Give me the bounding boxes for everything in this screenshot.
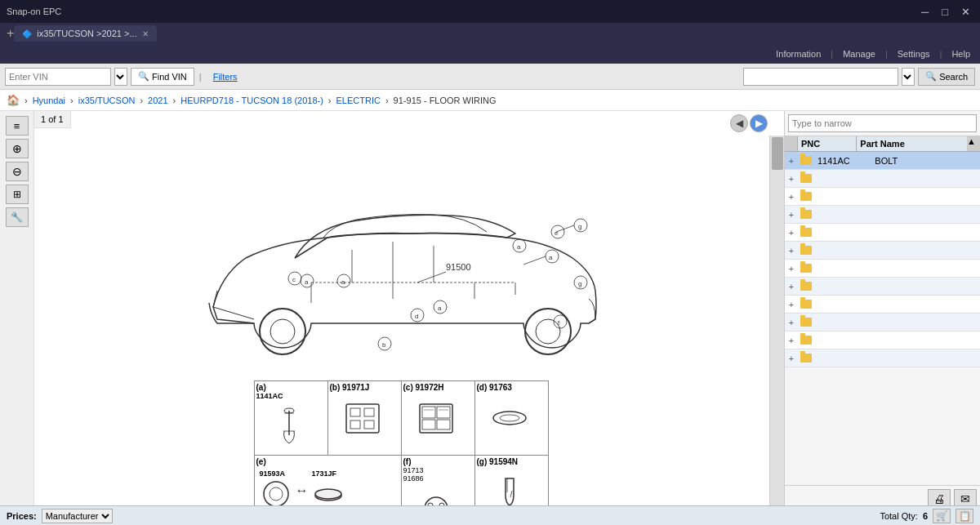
- part-row-7[interactable]: +: [785, 278, 980, 296]
- folder-icon: [798, 318, 814, 327]
- part-row-1[interactable]: +: [785, 170, 980, 188]
- filters-button[interactable]: Filters: [207, 68, 244, 86]
- part-row-8[interactable]: +: [785, 296, 980, 314]
- expand-icon[interactable]: +: [785, 210, 798, 220]
- part-name: [871, 195, 980, 198]
- expand-icon[interactable]: +: [785, 192, 798, 202]
- narrow-filter: [785, 111, 980, 136]
- tab-icon: 🔷: [22, 29, 32, 38]
- expand-icon[interactable]: +: [785, 318, 798, 327]
- part-pnc: [814, 177, 871, 180]
- svg-text:g: g: [578, 280, 581, 287]
- fit-view-button[interactable]: ⊞: [6, 185, 29, 204]
- zoom-in-button[interactable]: ⊕: [6, 139, 29, 158]
- part-row-3[interactable]: +: [785, 206, 980, 224]
- expand-icon[interactable]: +: [785, 264, 798, 274]
- home-icon[interactable]: 🏠: [7, 94, 20, 106]
- narrow-input[interactable]: [788, 114, 977, 132]
- maximize-button[interactable]: □: [938, 6, 951, 18]
- search-button[interactable]: 🔍 Search: [918, 68, 975, 86]
- vertical-scrollbar[interactable]: [769, 136, 784, 525]
- svg-rect-49: [420, 404, 452, 433]
- list-button[interactable]: 📋: [956, 509, 973, 523]
- part-row-4[interactable]: +: [785, 224, 980, 242]
- cart-button[interactable]: 🛒: [933, 509, 951, 523]
- part-pnc: [814, 213, 871, 216]
- svg-text:f: f: [558, 319, 560, 327]
- breadcrumb-group[interactable]: HEURPD718 - TUCSON 18 (2018-): [180, 96, 323, 105]
- svg-text:a: a: [438, 305, 442, 312]
- nav-help[interactable]: Help: [951, 49, 970, 59]
- folder-icon: [798, 210, 814, 219]
- svg-point-1: [270, 319, 295, 344]
- parts-list-header: PNC Part Name ▲: [785, 136, 980, 152]
- expand-icon[interactable]: +: [785, 300, 798, 309]
- breadcrumb-hyundai[interactable]: Hyundai: [33, 96, 65, 105]
- part-row-6[interactable]: +: [785, 260, 980, 278]
- vin-input[interactable]: [5, 68, 111, 86]
- folder-icon: [798, 264, 814, 273]
- part-row-11[interactable]: +: [785, 349, 980, 367]
- settings-tool-button[interactable]: 🔧: [6, 207, 29, 227]
- expand-icon[interactable]: +: [785, 246, 798, 256]
- search-dropdown[interactable]: [902, 68, 915, 86]
- part-pnc: [814, 285, 871, 288]
- svg-text:91500: 91500: [446, 262, 471, 272]
- svg-line-21: [556, 225, 574, 232]
- scroll-thumb[interactable]: [772, 137, 783, 170]
- manufacturer-select[interactable]: Manufacturer: [42, 509, 113, 523]
- expand-icon[interactable]: +: [785, 282, 798, 291]
- breadcrumb-model[interactable]: ix35/TUCSON: [78, 96, 136, 105]
- part-row-10[interactable]: +: [785, 331, 980, 349]
- svg-point-56: [493, 412, 526, 425]
- app-title: Snap-on EPC: [7, 7, 61, 16]
- zoom-out-button[interactable]: ⊖: [6, 162, 29, 181]
- expand-icon[interactable]: +: [785, 156, 798, 166]
- expand-icon[interactable]: +: [785, 354, 798, 363]
- svg-text:g: g: [578, 223, 581, 230]
- folder-icon: [798, 354, 814, 363]
- folder-icon: [798, 174, 814, 183]
- svg-rect-50: [422, 407, 435, 418]
- folder-icon: [798, 156, 814, 165]
- part-pnc: [814, 339, 871, 342]
- expand-icon[interactable]: +: [785, 174, 798, 184]
- search-input[interactable]: [743, 68, 898, 86]
- expand-icon[interactable]: +: [785, 228, 798, 238]
- find-vin-button[interactable]: 🔍 Find VIN: [131, 68, 194, 86]
- prev-arrow-button[interactable]: ◀: [730, 114, 748, 132]
- minimize-button[interactable]: ─: [918, 6, 932, 18]
- next-arrow-button[interactable]: ▶: [750, 114, 768, 132]
- part-row-0[interactable]: + 1141AC BOLT: [785, 152, 980, 170]
- menu-tool-button[interactable]: ≡: [6, 116, 29, 136]
- nav-information[interactable]: Information: [776, 49, 821, 59]
- page-counter: 1 of 1: [34, 111, 71, 128]
- vin-dropdown[interactable]: [114, 68, 127, 86]
- svg-text:b: b: [382, 341, 386, 349]
- svg-text:e: e: [555, 229, 559, 237]
- left-toolbar-panel: ≡ ⊕ ⊖ ⊞ 🔧: [0, 111, 34, 525]
- nav-manage[interactable]: Manage: [843, 49, 875, 59]
- svg-point-57: [500, 415, 519, 421]
- active-tab[interactable]: 🔷 ix35/TUCSON >2021 >... ✕: [14, 25, 156, 42]
- svg-text:a: a: [341, 278, 345, 286]
- part-row-5[interactable]: +: [785, 242, 980, 260]
- tab-close-button[interactable]: ✕: [142, 29, 149, 38]
- part-row-9[interactable]: +: [785, 314, 980, 331]
- svg-rect-46: [364, 408, 374, 416]
- svg-rect-51: [437, 407, 450, 418]
- new-tab-button[interactable]: +: [7, 26, 14, 41]
- breadcrumb-section: 91-915 - FLOOR WIRING: [394, 96, 497, 105]
- magnifier-icon: 🔍: [138, 71, 149, 82]
- part-pnc: [814, 357, 871, 360]
- part-name: [871, 357, 980, 360]
- expand-icon[interactable]: +: [785, 336, 798, 345]
- diagram-content: 91500 a e g g a: [34, 136, 784, 525]
- nav-settings[interactable]: Settings: [898, 49, 930, 59]
- breadcrumb-system[interactable]: ELECTRIC: [336, 96, 381, 105]
- breadcrumb-year[interactable]: 2021: [148, 96, 167, 105]
- svg-line-13: [417, 272, 446, 283]
- part-row-2[interactable]: +: [785, 188, 980, 206]
- close-button[interactable]: ✕: [958, 6, 973, 18]
- search-label: Search: [939, 72, 968, 82]
